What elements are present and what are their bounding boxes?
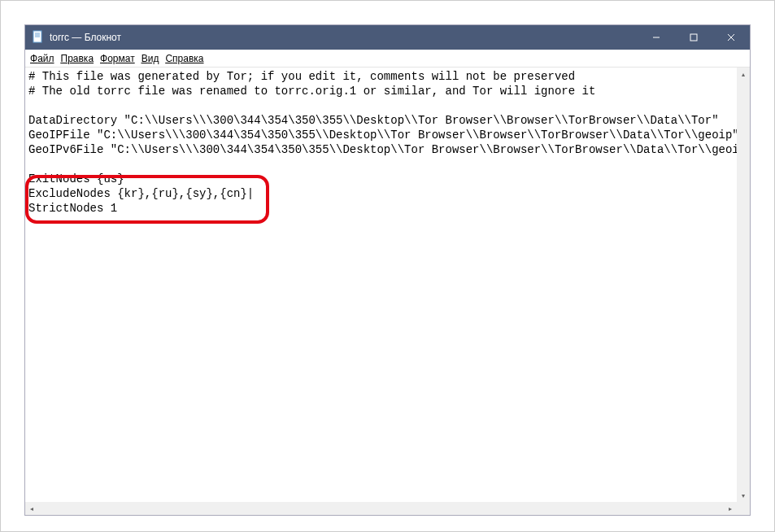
scroll-corner [737, 502, 750, 515]
text-line: ExitNodes {us} [28, 172, 124, 185]
menu-format[interactable]: Формат [100, 53, 135, 64]
notepad-window: torrc — Блокнот Файл Правка Формат Вид С… [25, 25, 750, 515]
menubar: Файл Правка Формат Вид Справка [25, 50, 750, 68]
menu-edit[interactable]: Правка [61, 53, 94, 64]
vertical-scrollbar[interactable]: ▴ ▾ [737, 68, 750, 502]
horizontal-scrollbar[interactable]: ◂ ▸ [25, 502, 737, 515]
window-controls [638, 25, 750, 50]
close-button[interactable] [712, 25, 750, 50]
notepad-icon [32, 30, 45, 46]
svg-rect-5 [690, 34, 697, 41]
minimize-button[interactable] [638, 25, 675, 50]
editor-area: # This file was generated by Tor; if you… [25, 68, 750, 515]
text-line: DataDirectory "C:\\Users\\\300\344\354\3… [28, 114, 719, 127]
text-line: GeoIPFile "C:\\Users\\\300\344\354\350\3… [28, 129, 737, 142]
titlebar[interactable]: torrc — Блокнот [25, 25, 750, 50]
menu-view[interactable]: Вид [142, 53, 159, 64]
text-line: ExcludeNodes {kr},{ru},{sy},{cn}| [28, 187, 254, 200]
maximize-button[interactable] [675, 25, 712, 50]
menu-help[interactable]: Справка [165, 53, 203, 64]
scroll-up-button[interactable]: ▴ [737, 68, 750, 81]
menu-file[interactable]: Файл [30, 53, 54, 64]
scroll-right-button[interactable]: ▸ [724, 502, 737, 515]
text-line: # The old torrc file was renamed to torr… [28, 85, 595, 98]
scroll-track-horizontal[interactable] [38, 502, 724, 515]
scroll-track-vertical[interactable] [737, 81, 750, 489]
window-title: torrc — Блокнот [50, 32, 638, 43]
text-line: # This file was generated by Tor; if you… [28, 70, 575, 83]
scroll-down-button[interactable]: ▾ [737, 489, 750, 502]
text-line: GeoIPv6File "C:\\Users\\\300\344\354\350… [28, 143, 737, 156]
text-editor[interactable]: # This file was generated by Tor; if you… [25, 68, 737, 502]
text-line: StrictNodes 1 [28, 202, 117, 215]
scroll-left-button[interactable]: ◂ [25, 502, 38, 515]
